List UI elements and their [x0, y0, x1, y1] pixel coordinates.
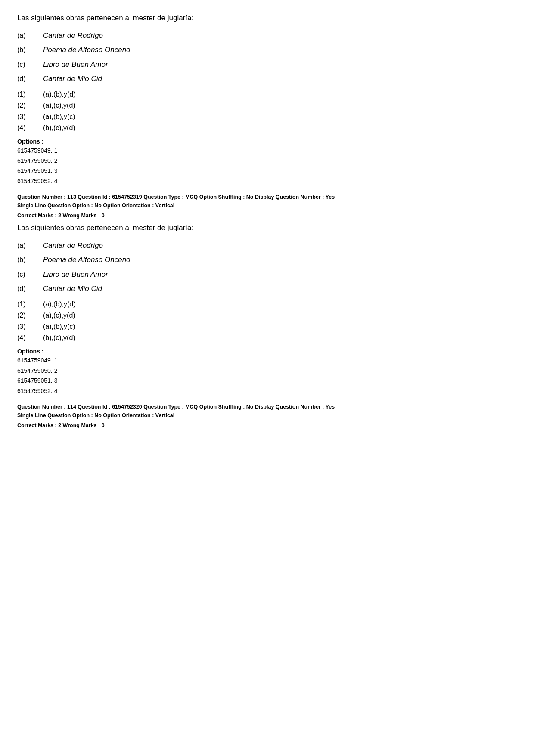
question-text-1: Las siguientes obras pertenecen al meste…	[17, 13, 517, 23]
answer-options-list-1: (1)(a),(b),y(d)(2)(a),(c),y(d)(3)(a),(b)…	[17, 91, 517, 132]
sub-option-item: (c)Libro de Buen Amor	[17, 269, 517, 280]
meta-line1: Question Number : 113 Question Id : 6154…	[17, 193, 517, 201]
answer-option-item: (1)(a),(b),y(d)	[17, 300, 517, 308]
option-id-line: 6154759051. 3	[17, 376, 517, 386]
answer-option-text: (a),(c),y(d)	[43, 102, 75, 109]
answer-option-label: (1)	[17, 91, 43, 98]
options-header: Options :	[17, 138, 517, 145]
sub-option-text: Cantar de Mio Cid	[43, 283, 102, 294]
sub-option-label: (a)	[17, 31, 43, 41]
options-section-1: Options :6154759049. 16154759050. 261547…	[17, 138, 517, 187]
page-container: Las siguientes obras pertenecen al meste…	[17, 13, 517, 428]
question-block-1: Las siguientes obras pertenecen al meste…	[17, 13, 517, 219]
answer-option-item: (1)(a),(b),y(d)	[17, 91, 517, 98]
sub-option-item: (a)Cantar de Rodrigo	[17, 30, 517, 41]
sub-option-label: (b)	[17, 255, 43, 265]
answer-option-text: (b),(c),y(d)	[43, 124, 75, 132]
answer-option-text: (a),(b),y(c)	[43, 323, 75, 331]
sub-options-list-2: (a)Cantar de Rodrigo(b)Poema de Alfonso …	[17, 240, 517, 294]
question-block-2: Las siguientes obras pertenecen al meste…	[17, 223, 517, 428]
sub-option-label: (c)	[17, 269, 43, 280]
answer-option-label: (2)	[17, 102, 43, 109]
sub-option-label: (c)	[17, 59, 43, 70]
sub-option-item: (a)Cantar de Rodrigo	[17, 240, 517, 251]
option-id-line: 6154759052. 4	[17, 386, 517, 397]
answer-option-label: (4)	[17, 124, 43, 132]
answer-option-text: (a),(b),y(c)	[43, 113, 75, 121]
meta-info-2: Question Number : 114 Question Id : 6154…	[17, 403, 517, 420]
options-ids: 6154759049. 16154759050. 26154759051. 36…	[17, 356, 517, 397]
answer-option-item: (3)(a),(b),y(c)	[17, 323, 517, 331]
answer-option-text: (b),(c),y(d)	[43, 334, 75, 342]
sub-option-label: (b)	[17, 45, 43, 55]
answer-option-item: (4)(b),(c),y(d)	[17, 334, 517, 342]
sub-option-item: (d)Cantar de Mio Cid	[17, 283, 517, 294]
answer-option-label: (3)	[17, 113, 43, 121]
answer-option-label: (2)	[17, 312, 43, 319]
sub-option-text: Poema de Alfonso Onceno	[43, 44, 130, 56]
options-header: Options :	[17, 348, 517, 355]
sub-options-list-1: (a)Cantar de Rodrigo(b)Poema de Alfonso …	[17, 30, 517, 84]
option-id-line: 6154759050. 2	[17, 366, 517, 376]
answer-option-text: (a),(c),y(d)	[43, 312, 75, 319]
meta-info-1: Question Number : 113 Question Id : 6154…	[17, 193, 517, 210]
meta-line1: Question Number : 114 Question Id : 6154…	[17, 403, 517, 411]
sub-option-item: (b)Poema de Alfonso Onceno	[17, 44, 517, 56]
answer-option-item: (2)(a),(c),y(d)	[17, 102, 517, 109]
answer-option-label: (1)	[17, 300, 43, 308]
marks-line-1: Correct Marks : 2 Wrong Marks : 0	[17, 212, 517, 219]
option-id-line: 6154759050. 2	[17, 156, 517, 166]
sub-option-text: Cantar de Mio Cid	[43, 73, 102, 84]
answer-option-item: (2)(a),(c),y(d)	[17, 312, 517, 319]
options-section-2: Options :6154759049. 16154759050. 261547…	[17, 348, 517, 397]
sub-option-item: (c)Libro de Buen Amor	[17, 59, 517, 70]
sub-option-text: Cantar de Rodrigo	[43, 240, 103, 251]
meta-line2: Single Line Question Option : No Option …	[17, 411, 517, 420]
sub-option-text: Libro de Buen Amor	[43, 269, 108, 280]
sub-option-label: (d)	[17, 74, 43, 84]
option-id-line: 6154759049. 1	[17, 146, 517, 156]
sub-option-text: Libro de Buen Amor	[43, 59, 108, 70]
options-ids: 6154759049. 16154759050. 26154759051. 36…	[17, 146, 517, 187]
answer-option-text: (a),(b),y(d)	[43, 300, 76, 308]
option-id-line: 6154759049. 1	[17, 356, 517, 366]
sub-option-item: (b)Poema de Alfonso Onceno	[17, 254, 517, 266]
answer-option-item: (3)(a),(b),y(c)	[17, 113, 517, 121]
sub-option-item: (d)Cantar de Mio Cid	[17, 73, 517, 84]
option-id-line: 6154759051. 3	[17, 166, 517, 176]
sub-option-text: Poema de Alfonso Onceno	[43, 254, 130, 266]
meta-line2: Single Line Question Option : No Option …	[17, 201, 517, 210]
sub-option-label: (d)	[17, 284, 43, 294]
answer-options-list-2: (1)(a),(b),y(d)(2)(a),(c),y(d)(3)(a),(b)…	[17, 300, 517, 342]
answer-option-label: (3)	[17, 323, 43, 331]
marks-line-2: Correct Marks : 2 Wrong Marks : 0	[17, 422, 517, 428]
question-text-2: Las siguientes obras pertenecen al meste…	[17, 223, 517, 233]
answer-option-text: (a),(b),y(d)	[43, 91, 76, 98]
answer-option-label: (4)	[17, 334, 43, 342]
sub-option-text: Cantar de Rodrigo	[43, 30, 103, 41]
sub-option-label: (a)	[17, 241, 43, 251]
option-id-line: 6154759052. 4	[17, 176, 517, 187]
answer-option-item: (4)(b),(c),y(d)	[17, 124, 517, 132]
